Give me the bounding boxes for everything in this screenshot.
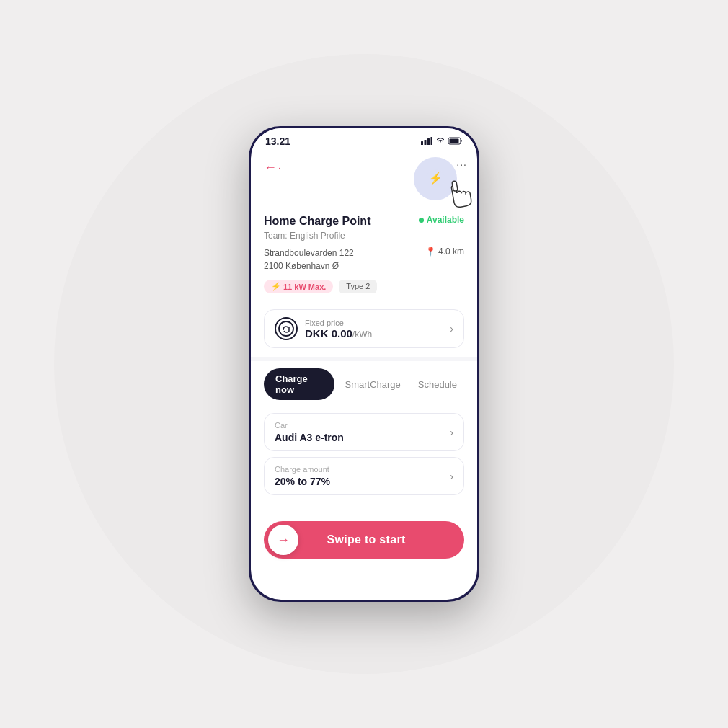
svg-rect-1: [425, 140, 427, 145]
swipe-text: Swipe to start: [298, 533, 464, 546]
location-pin-icon: 📍: [425, 247, 436, 257]
tags-row: ⚡ 11 kW Max. Type 2: [264, 280, 464, 293]
address-row: Strandboulevarden 122 2100 København Ø 📍…: [264, 247, 464, 272]
signal-icon: [421, 137, 432, 146]
price-icon: [275, 317, 298, 340]
price-label: Fixed price: [305, 319, 372, 327]
tabs-row: Charge now SmartCharge Schedule: [251, 361, 477, 407]
svg-rect-3: [431, 137, 433, 145]
back-arrow-icon: ←: [264, 160, 277, 175]
car-info: Car Audi A3 e-tron: [275, 421, 344, 443]
tab-smart-charge[interactable]: SmartCharge: [337, 374, 407, 395]
available-dot: [419, 218, 424, 223]
charge-chevron-icon: ›: [450, 471, 453, 482]
more-options-icon[interactable]: ···: [456, 159, 467, 170]
price-chevron-icon: ›: [450, 323, 453, 334]
type-tag: Type 2: [339, 280, 377, 293]
swipe-arrow-icon: →: [277, 533, 290, 548]
tab-charge-now[interactable]: Charge now: [264, 368, 334, 400]
price-value: DKK 0.00/kWh: [305, 327, 372, 339]
price-left: Fixed price DKK 0.00/kWh: [275, 317, 372, 340]
svg-rect-0: [421, 141, 423, 145]
svg-rect-5: [450, 138, 459, 143]
status-time: 13.21: [265, 136, 290, 147]
charge-amount-label: Charge amount: [275, 465, 330, 474]
back-dot: ·: [278, 163, 280, 173]
car-card[interactable]: Car Audi A3 e-tron ›: [264, 413, 464, 451]
charge-amount-value: 20% to 77%: [275, 476, 330, 487]
spacer: [251, 501, 477, 512]
charge-amount-card[interactable]: Charge amount 20% to 77% ›: [264, 457, 464, 495]
content-area: ← · ⚡ ···: [251, 151, 477, 600]
tab-schedule[interactable]: Schedule: [411, 374, 464, 395]
location-name: Home Charge Point: [264, 215, 370, 228]
bottom-section: → Swipe to start: [251, 512, 477, 570]
team-name: Team: English Profile: [264, 231, 464, 241]
status-icons: [421, 136, 463, 146]
power-tag: ⚡ 11 kW Max.: [264, 280, 333, 293]
address-text: Strandboulevarden 122 2100 København Ø: [264, 247, 354, 272]
price-info: Fixed price DKK 0.00/kWh: [305, 319, 372, 339]
outer-circle: 13.21: [54, 54, 674, 674]
battery-icon: [448, 137, 463, 146]
charge-amount-info: Charge amount 20% to 77%: [275, 465, 330, 487]
distance-value: 4.0 km: [438, 247, 464, 257]
wifi-icon: [435, 136, 445, 146]
status-bar: 13.21: [251, 128, 477, 151]
car-chevron-icon: ›: [450, 427, 453, 438]
phone-frame: 13.21: [249, 126, 479, 602]
power-label: 11 kW Max.: [283, 283, 326, 291]
phone-screen: 13.21: [251, 128, 477, 600]
swipe-thumb: →: [268, 525, 298, 555]
location-info: Home Charge Point Available Team: Englis…: [251, 215, 477, 309]
info-cards: Car Audi A3 e-tron › Charge amount 20% t…: [251, 407, 477, 501]
avatar-area: ⚡ ···: [414, 157, 464, 208]
address-line2: 2100 København Ø: [264, 261, 339, 271]
svg-point-9: [279, 321, 293, 336]
svg-rect-2: [427, 138, 430, 145]
location-header: Home Charge Point Available: [264, 215, 464, 228]
car-label: Car: [275, 421, 344, 430]
header-bar: ← · ⚡ ···: [251, 151, 477, 215]
price-card[interactable]: Fixed price DKK 0.00/kWh ›: [264, 309, 464, 348]
back-button[interactable]: ← ·: [264, 160, 280, 175]
power-icon: ⚡: [271, 282, 281, 291]
distance-badge: 📍 4.0 km: [425, 247, 464, 257]
car-value: Audi A3 e-tron: [275, 432, 344, 443]
address-line1: Strandboulevarden 122: [264, 248, 354, 258]
swipe-button[interactable]: → Swipe to start: [264, 521, 464, 559]
